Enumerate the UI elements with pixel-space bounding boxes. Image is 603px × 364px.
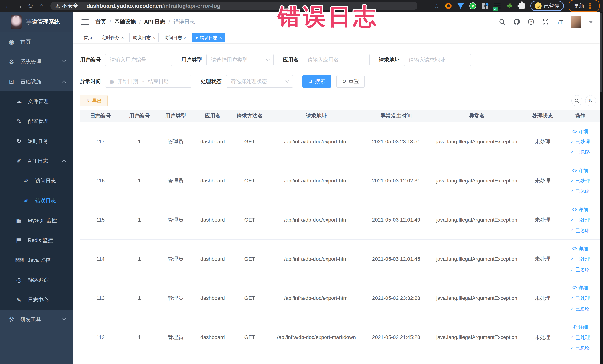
- app-logo[interactable]: 芋道管理系统: [0, 12, 73, 32]
- export-button[interactable]: ⇩ 导出: [80, 95, 107, 106]
- security-label[interactable]: 不安全: [62, 2, 78, 10]
- tab-close-icon[interactable]: ×: [152, 35, 155, 40]
- github-icon[interactable]: [513, 18, 520, 26]
- browser-menu-icon[interactable]: ⋮: [587, 2, 593, 10]
- help-icon[interactable]: ?: [527, 18, 535, 26]
- home-button[interactable]: ⌂: [37, 1, 46, 11]
- mark-ignored-link[interactable]: ✓ 已忽略: [558, 303, 600, 314]
- sidebar-item[interactable]: ▦ MySQL 监控: [0, 211, 73, 230]
- column-header[interactable]: 操作: [558, 110, 600, 122]
- mark-ignored-link[interactable]: ✓ 已忽略: [558, 342, 600, 353]
- scrollbar-thumb[interactable]: [600, 13, 603, 92]
- sidebar-item[interactable]: ✐ 访问日志: [0, 171, 73, 191]
- cell-exception-time: 2021-05-02 21:45:28: [366, 318, 427, 357]
- sidebar-item[interactable]: ✐ API 日志: [0, 151, 73, 171]
- reload-button[interactable]: ↻: [26, 1, 35, 11]
- exception-time-range-picker[interactable]: ▦ 开始日期 - 结束日期: [105, 75, 191, 88]
- extension-leaf-icon[interactable]: ☘: [506, 2, 513, 10]
- extension-orange-icon[interactable]: [445, 2, 452, 10]
- mark-ignored-link[interactable]: ✓ 已忽略: [558, 225, 600, 235]
- paused-extension-pill[interactable]: ☺ 已暂停: [530, 1, 564, 11]
- sidebar-item[interactable]: ✐ 错误日志: [0, 191, 73, 211]
- sidebar-item[interactable]: ☁ 文件管理: [0, 91, 73, 111]
- timer-icon: ↻: [15, 138, 23, 145]
- column-header[interactable]: 用户编号: [121, 110, 158, 122]
- reset-button[interactable]: ↻ 重置: [336, 75, 365, 88]
- sidebar-item[interactable]: ✎ 配置管理: [0, 111, 73, 131]
- extension-drop-icon[interactable]: [457, 2, 464, 10]
- sidebar-toggle-icon[interactable]: [81, 19, 89, 25]
- sidebar-item[interactable]: ↻ 定时任务: [0, 131, 73, 151]
- sidebar-item[interactable]: ◉ 首页: [0, 32, 73, 52]
- column-header[interactable]: 异常名: [427, 110, 527, 122]
- url-path[interactable]: /infra/log/api-error-log: [162, 3, 220, 9]
- column-header[interactable]: 处理状态: [527, 110, 558, 122]
- drop-shape: [457, 3, 464, 9]
- user-id-input[interactable]: [105, 54, 172, 66]
- breadcrumb-link[interactable]: 首页: [95, 18, 106, 26]
- back-button[interactable]: ←: [3, 1, 13, 11]
- column-header[interactable]: 请求地址: [267, 110, 366, 122]
- column-header[interactable]: 日志编号: [80, 110, 121, 122]
- tab[interactable]: 错误日志 ×: [192, 33, 225, 42]
- extension-on-icon[interactable]: on: [494, 2, 501, 10]
- fullscreen-icon[interactable]: [542, 18, 549, 26]
- avatar[interactable]: [571, 16, 581, 28]
- detail-link[interactable]: 详细: [558, 126, 600, 137]
- column-header[interactable]: 异常发生时间: [366, 110, 427, 122]
- security-warning-icon[interactable]: ⚠: [55, 3, 60, 9]
- extension-y-icon[interactable]: y: [469, 2, 476, 10]
- mark-ignored-link[interactable]: ✓ 已忽略: [558, 264, 600, 275]
- mark-processed-link[interactable]: ✓ 已处理: [558, 137, 600, 147]
- mark-processed-link[interactable]: ✓ 已处理: [558, 293, 600, 303]
- mark-processed-link[interactable]: ✓ 已处理: [558, 332, 600, 342]
- column-header[interactable]: 请求方法名: [232, 110, 267, 122]
- sidebar-item[interactable]: ▤ Redis 监控: [0, 230, 73, 250]
- sidebar-item[interactable]: ◎ 链路追踪: [0, 270, 73, 290]
- detail-link[interactable]: 详细: [558, 165, 600, 176]
- detail-link[interactable]: 详细: [558, 244, 600, 254]
- mark-processed-link[interactable]: ✓ 已处理: [558, 176, 600, 186]
- tab-close-icon[interactable]: ×: [219, 35, 222, 40]
- sidebar-item[interactable]: ⌨ Java 监控: [0, 250, 73, 270]
- tab[interactable]: 访问日志 ×: [161, 33, 190, 42]
- sidebar-item[interactable]: ✎ 日志中心: [0, 290, 73, 310]
- sidebar-item[interactable]: ⚙ 系统管理: [0, 52, 73, 71]
- update-button[interactable]: 更新 ⋮: [568, 0, 600, 12]
- sidebar-item[interactable]: ⊡ 基础设施: [0, 71, 73, 91]
- url-host[interactable]: dashboard.yudao.iocoder.cn: [87, 3, 162, 9]
- forward-button[interactable]: →: [14, 1, 24, 11]
- mark-processed-link[interactable]: ✓ 已处理: [558, 215, 600, 225]
- column-header[interactable]: 应用名: [193, 110, 232, 122]
- app-name-input[interactable]: [303, 54, 370, 66]
- detail-link[interactable]: 详细: [558, 322, 600, 332]
- font-size-icon[interactable]: TT: [556, 18, 564, 26]
- request-url-input[interactable]: [404, 54, 471, 66]
- tab-close-icon[interactable]: ×: [184, 35, 186, 40]
- bookmark-star-icon[interactable]: ☆: [434, 2, 440, 10]
- user-type-select[interactable]: 请选择用户类型: [207, 54, 274, 66]
- tab[interactable]: 定时任务 ×: [98, 33, 127, 42]
- mark-ignored-link[interactable]: ✓ 已忽略: [558, 147, 600, 157]
- breadcrumb-link[interactable]: 基础设施: [114, 18, 136, 26]
- mark-processed-link[interactable]: ✓ 已处理: [558, 254, 600, 264]
- mark-ignored-link[interactable]: ✓ 已忽略: [558, 186, 600, 196]
- extensions-puzzle-icon[interactable]: [518, 2, 525, 10]
- caret-down-icon[interactable]: [589, 21, 593, 23]
- page-scrollbar[interactable]: [600, 12, 603, 364]
- sidebar-item-label: 系统管理: [20, 58, 41, 65]
- detail-link[interactable]: 详细: [558, 204, 600, 215]
- process-status-select[interactable]: 请选择处理状态: [226, 75, 293, 88]
- extension-grid-icon[interactable]: [481, 2, 489, 10]
- tab[interactable]: 首页: [80, 33, 96, 42]
- toggle-search-button[interactable]: [571, 95, 582, 106]
- column-header[interactable]: 用户类型: [158, 110, 193, 122]
- sidebar-item[interactable]: ⚒ 研发工具: [0, 310, 73, 329]
- tab[interactable]: 调度日志 ×: [129, 33, 159, 42]
- search-icon[interactable]: [499, 18, 506, 26]
- breadcrumb-link[interactable]: API 日志: [144, 18, 165, 26]
- detail-link[interactable]: 详细: [558, 282, 600, 293]
- search-button[interactable]: 搜索: [302, 75, 331, 88]
- tab-close-icon[interactable]: ×: [121, 35, 124, 40]
- refresh-table-button[interactable]: ↻: [585, 95, 596, 106]
